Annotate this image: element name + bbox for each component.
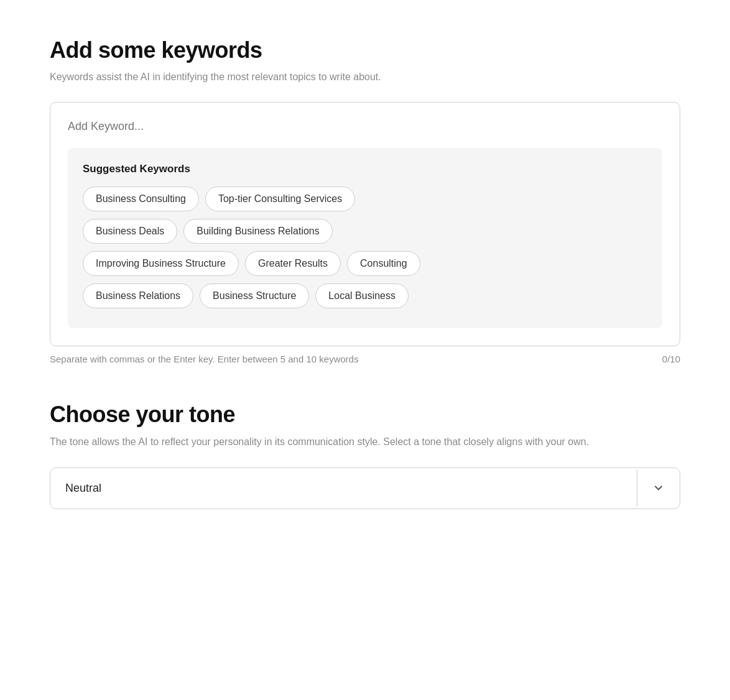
- keyword-count: 0/10: [662, 354, 680, 364]
- keyword-chip-local-business[interactable]: Local Business: [315, 283, 409, 308]
- tone-description: The tone allows the AI to reflect your p…: [50, 434, 680, 450]
- keyword-chip-consulting[interactable]: Consulting: [347, 251, 420, 276]
- keyword-chip-business-deals[interactable]: Business Deals: [83, 219, 177, 244]
- keyword-chip-improving-business-structure[interactable]: Improving Business Structure: [83, 251, 239, 276]
- keyword-chip-business-relations[interactable]: Business Relations: [83, 283, 193, 308]
- keyword-chip-business-consulting[interactable]: Business Consulting: [83, 187, 199, 211]
- tone-title: Choose your tone: [50, 402, 680, 428]
- tone-selected-value[interactable]: Neutral: [50, 468, 637, 509]
- keywords-row-2: Business Deals Building Business Relatio…: [83, 219, 647, 244]
- keywords-row-4: Business Relations Business Structure Lo…: [83, 283, 647, 308]
- keywords-row-1: Business Consulting Top-tier Consulting …: [83, 187, 647, 211]
- suggested-keywords-area: Suggested Keywords Business Consulting T…: [68, 148, 662, 328]
- keyword-chip-greater-results[interactable]: Greater Results: [245, 251, 341, 276]
- keyword-input[interactable]: [68, 120, 662, 133]
- keyword-chip-building-business-relations[interactable]: Building Business Relations: [183, 219, 332, 244]
- tone-select-container[interactable]: Neutral: [50, 467, 680, 509]
- keywords-row-3: Improving Business Structure Greater Res…: [83, 251, 647, 276]
- keyword-hint: Separate with commas or the Enter key. E…: [50, 354, 359, 364]
- keyword-chip-top-tier-consulting[interactable]: Top-tier Consulting Services: [205, 187, 355, 211]
- chevron-down-icon[interactable]: [637, 482, 680, 494]
- keyword-hint-row: Separate with commas or the Enter key. E…: [50, 354, 680, 364]
- suggested-label: Suggested Keywords: [83, 163, 647, 175]
- keywords-title: Add some keywords: [50, 37, 680, 63]
- keywords-description: Keywords assist the AI in identifying th…: [50, 70, 680, 85]
- keyword-chip-business-structure[interactable]: Business Structure: [200, 283, 309, 308]
- keyword-input-area: Suggested Keywords Business Consulting T…: [50, 102, 680, 346]
